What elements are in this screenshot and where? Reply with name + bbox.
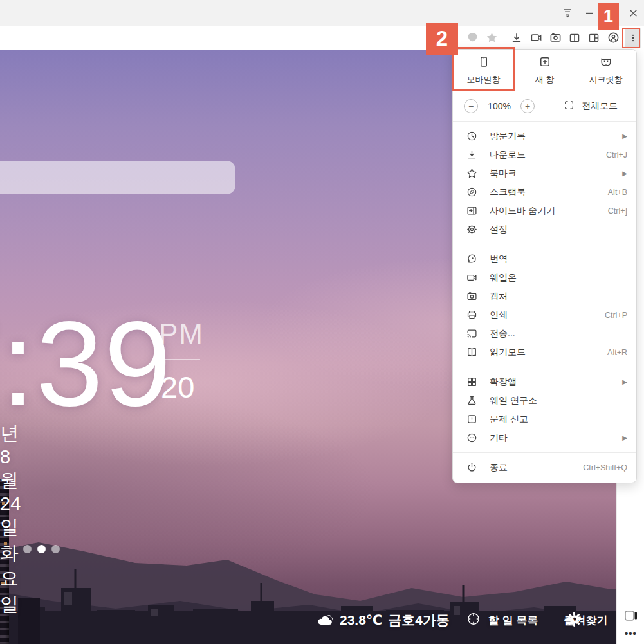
menu-item-label: 기타 (490, 432, 622, 444)
close-button[interactable] (622, 3, 644, 23)
minimize-button[interactable] (578, 3, 600, 23)
menu-item-reader-mode[interactable]: 읽기모드Alt+R (453, 343, 636, 362)
power-icon (466, 462, 477, 473)
widget-bar: 23.8℃ 금호4가동 할 일 목록 즐겨찾기 (317, 607, 607, 633)
titlebar (0, 0, 644, 26)
zoom-out-button[interactable]: − (464, 99, 478, 113)
newtab-settings-gear-icon[interactable] (566, 611, 582, 630)
menu-item-scrapbook[interactable]: 스크랩북Alt+B (453, 183, 636, 201)
phone-icon (477, 55, 490, 70)
menu-item-translate[interactable]: 번역 (453, 250, 636, 268)
menu-item-history[interactable]: 방문기록▶ (453, 127, 636, 145)
menu-item-new-window[interactable]: 새 창 (514, 50, 575, 91)
menu-item-label: 다운로드 (490, 149, 606, 161)
weather-location: 금호4가동 (388, 611, 450, 629)
download-icon[interactable] (507, 28, 526, 48)
submenu-arrow-icon: ▶ (622, 378, 627, 385)
book-icon (466, 347, 477, 358)
sidebar-more-icon[interactable]: ••• (617, 628, 644, 639)
zoom-in-button[interactable]: + (520, 99, 535, 113)
more-menu-button[interactable] (625, 28, 641, 48)
capture-icon[interactable] (546, 28, 565, 48)
menu-item-label: 번역 (490, 253, 627, 265)
clock-date: 년 8월 24일 화요일 (0, 421, 21, 618)
menu-item-label: 방문기록 (490, 131, 622, 142)
flask-icon (466, 395, 477, 406)
menu-item-report-issue[interactable]: 문제 신고 (453, 410, 636, 428)
menu-item-whale-on[interactable]: 웨일온 (453, 268, 636, 287)
gear-icon (466, 224, 477, 235)
menu-window-section: 모바일창 새 창 시크릿창 (453, 50, 636, 91)
menu-item-mobile-window[interactable]: 모바일창 (453, 50, 514, 91)
submenu-arrow-icon: ▶ (622, 170, 627, 177)
sidebar-split-icon[interactable] (584, 28, 603, 48)
carousel-dot-active[interactable] (37, 545, 46, 553)
sidebar-hide-icon (466, 205, 477, 216)
menu-item-bookmarks[interactable]: 북마크▶ (453, 164, 636, 183)
whale-on-icon[interactable] (526, 28, 546, 48)
menu-group-1: 방문기록▶다운로드Ctrl+J북마크▶스크랩북Alt+B사이드바 숨기기Ctrl… (453, 121, 636, 244)
sidebar-toggle-icon[interactable] (617, 609, 644, 622)
menu-item-label: 전송... (490, 328, 627, 340)
fullscreen-icon (564, 100, 575, 113)
menu-item-hide-sidebar[interactable]: 사이드바 숨기기Ctrl+] (453, 201, 636, 220)
new-window-icon (538, 55, 551, 70)
camera-icon (466, 291, 477, 302)
sidebar-single-icon[interactable] (565, 28, 584, 48)
menu-item-label: 문제 신고 (490, 414, 627, 425)
star-icon (466, 168, 477, 179)
scrapbook-icon (466, 187, 477, 198)
menu-item-label: 스크랩북 (490, 187, 608, 198)
submenu-arrow-icon: ▶ (622, 434, 627, 441)
profile-icon[interactable] (603, 28, 623, 48)
clock-ampm: PM (159, 318, 204, 350)
weather-widget[interactable]: 23.8℃ 금호4가동 (317, 611, 450, 629)
background-carousel-dots (23, 545, 60, 553)
weather-temperature: 23.8℃ (340, 612, 382, 628)
menu-item-label: 사이드바 숨기기 (490, 205, 608, 217)
alert-icon (466, 414, 477, 425)
menu-item-whale-lab[interactable]: 웨일 연구소 (453, 391, 636, 410)
carousel-dot[interactable] (51, 545, 60, 553)
menu-item-secret-window[interactable]: 시크릿창 (575, 50, 636, 91)
menu-group-2: 번역웨일온캡처인쇄Ctrl+P전송...읽기모드Alt+R (453, 244, 636, 367)
menu-item-label: 인쇄 (490, 309, 605, 321)
world-clock-icon[interactable] (466, 612, 481, 629)
menu-item-downloads[interactable]: 다운로드Ctrl+J (453, 145, 636, 164)
annotation-badge-1: 1 (598, 3, 619, 30)
shortcut-label: Alt+B (608, 188, 627, 197)
menu-item-print[interactable]: 인쇄Ctrl+P (453, 306, 636, 324)
menu-item-label: 확장앱 (490, 376, 622, 388)
menu-item-extensions[interactable]: 확장앱▶ (453, 373, 636, 391)
browser-window: 7:39 PM 20 년 8월 24일 화요일 23.8℃ 금호4가동 (0, 0, 644, 644)
grid-icon (466, 376, 477, 387)
annotation-badge-2: 2 (426, 23, 458, 55)
submenu-arrow-icon: ▶ (622, 133, 627, 140)
menu-group-3: 확장앱▶웨일 연구소문제 신고기타▶ (453, 367, 636, 452)
bookmark-star-icon[interactable] (482, 28, 501, 48)
menu-item-label: 설정 (490, 224, 627, 235)
shortcut-label: Ctrl+] (608, 207, 627, 216)
menu-item-label: 읽기모드 (490, 347, 607, 358)
whale-bell-icon[interactable] (463, 28, 482, 48)
todo-list-button[interactable]: 할 일 목록 (488, 613, 538, 628)
download-icon (466, 149, 477, 160)
menu-item-label: 웨일온 (490, 272, 627, 284)
search-bar[interactable] (0, 161, 235, 194)
menu-item-settings[interactable]: 설정 (453, 220, 636, 239)
menu-item-quit[interactable]: 종료 Ctrl+Shift+Q (453, 458, 636, 477)
cast-icon (466, 328, 477, 339)
menu-exit-section: 종료 Ctrl+Shift+Q (453, 452, 636, 483)
menu-item-etc[interactable]: 기타▶ (453, 428, 636, 447)
ellipsis-icon (466, 432, 477, 443)
toolbar (0, 26, 644, 50)
menu-item-capture[interactable]: 캡처 (453, 287, 636, 306)
shortcut-label: Ctrl+J (606, 151, 627, 160)
menu-item-label: 북마크 (490, 168, 622, 179)
video-icon (466, 272, 477, 283)
menu-item-send[interactable]: 전송... (453, 324, 636, 343)
carousel-dot[interactable] (23, 545, 32, 553)
tab-list-icon[interactable] (557, 3, 578, 23)
zoom-level: 100% (478, 101, 520, 111)
fullscreen-mode-button[interactable]: 전체모드 (564, 100, 618, 113)
